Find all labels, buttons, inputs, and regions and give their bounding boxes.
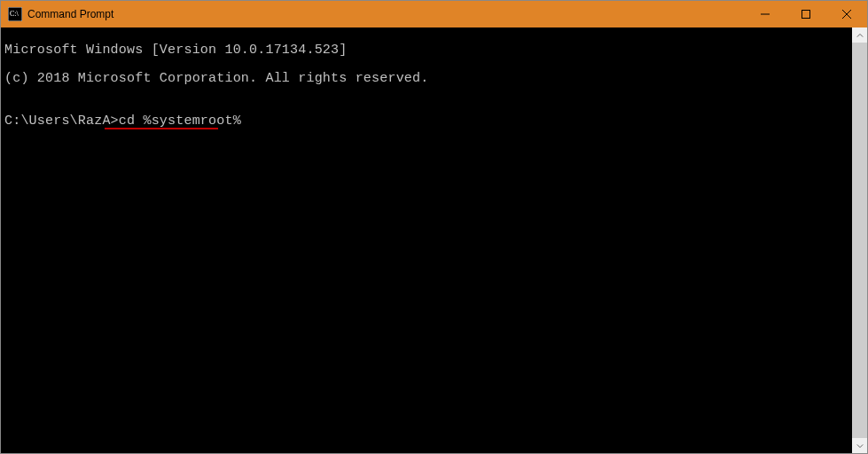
svg-rect-4 [802, 11, 810, 19]
terminal-prompt-line: C:\Users\RazA>cd %systemroot% [4, 114, 848, 129]
scroll-thumb[interactable] [852, 43, 867, 438]
command-prompt-window: C:\ Command Prompt Microsoft Windows [Ve… [0, 0, 868, 454]
close-button[interactable] [826, 1, 867, 27]
svg-text:C:\: C:\ [10, 10, 20, 18]
red-underline-annotation [105, 128, 218, 129]
scroll-down-arrow-icon[interactable] [852, 438, 867, 453]
window-title: Command Prompt [27, 8, 113, 20]
vertical-scrollbar[interactable] [852, 27, 867, 453]
prompt-text: C:\Users\RazA> [4, 114, 119, 129]
minimize-button[interactable] [745, 1, 786, 27]
scroll-up-arrow-icon[interactable] [852, 27, 867, 43]
terminal-output[interactable]: Microsoft Windows [Version 10.0.17134.52… [1, 27, 852, 453]
command-text: cd %systemroot% [119, 114, 241, 129]
titlebar[interactable]: C:\ Command Prompt [1, 1, 867, 27]
terminal-line: (c) 2018 Microsoft Corporation. All righ… [4, 72, 848, 86]
client-area: Microsoft Windows [Version 10.0.17134.52… [1, 27, 867, 453]
scroll-track[interactable] [852, 43, 867, 438]
cmd-icon: C:\ [8, 7, 22, 21]
maximize-button[interactable] [786, 1, 826, 27]
terminal-line: Microsoft Windows [Version 10.0.17134.52… [4, 43, 848, 58]
window-controls [745, 1, 867, 27]
